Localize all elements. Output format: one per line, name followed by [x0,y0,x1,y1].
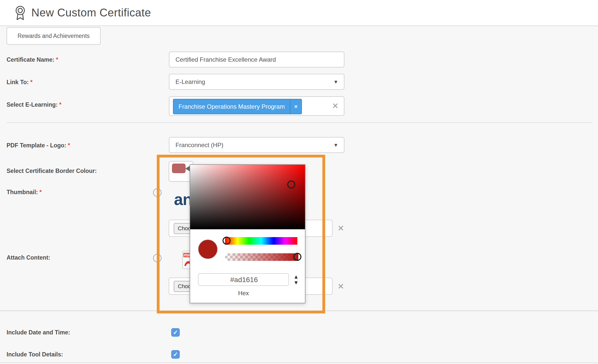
color-preview-circle [198,239,218,259]
alpha-slider[interactable] [225,253,298,261]
remove-attachment-icon[interactable]: ✕ [336,282,345,291]
select-elearning-field[interactable]: Franchise Operations Mastery Program × ✕ [169,96,344,116]
certificate-name-input[interactable] [169,52,344,67]
new-custom-certificate-page: New Custom Certificate Rewards and Achie… [0,0,598,364]
field-clear-icon[interactable]: ✕ [331,101,340,110]
include-tool-details-checkbox[interactable]: ✓ [171,350,180,359]
thumbnail-label: Thumbnail:* [7,188,42,196]
elearning-tag: Franchise Operations Mastery Program × [173,99,302,114]
include-tool-details-label: Include Tool Details: [7,350,63,359]
border-colour-swatch [172,164,186,173]
pdf-template-logo-dropdown[interactable]: Franconnect (HP) ▼ [169,137,344,153]
hue-slider[interactable] [225,237,297,245]
award-rosette-icon [13,5,28,20]
bottom-divider [0,362,598,363]
section-divider [0,310,598,311]
elearning-tag-label: Franchise Operations Mastery Program [173,99,290,114]
required-asterisk: * [56,56,58,63]
required-asterisk: * [59,101,61,108]
remove-thumbnail-icon[interactable]: ✕ [336,224,345,233]
page-header: New Custom Certificate [0,0,598,26]
link-to-dropdown[interactable]: E-Learning ▼ [169,74,344,90]
section-divider [7,122,592,123]
attach-content-label: Attach Content: [7,253,50,262]
link-to-selected-value: E-Learning [175,78,205,85]
hex-input[interactable] [198,274,290,286]
required-asterisk: * [39,189,42,195]
certificate-name-label: Certificate Name:* [7,55,58,64]
stepper-down-icon[interactable]: ▼ [292,280,300,285]
rewards-and-achievements-button[interactable]: Rewards and Achievements [7,27,101,45]
include-date-time-checkbox[interactable]: ✓ [171,328,180,337]
include-date-time-label: Include Date and Time: [7,328,70,337]
check-icon: ✓ [173,351,178,358]
saturation-area[interactable] [190,165,305,229]
tag-remove-icon[interactable]: × [290,99,301,114]
select-elearning-label: Select E-Learning:* [7,100,61,109]
pdf-template-selected-value: Franconnect (HP) [175,142,223,149]
chevron-down-icon: ▼ [333,142,338,148]
chevron-down-icon: ▼ [333,79,338,85]
hex-input-box[interactable] [198,273,289,286]
hex-stepper: ▲ ▼ [292,274,300,285]
info-icon[interactable]: i [153,254,162,262]
pdf-template-logo-label: PDF Template - Logo:* [7,141,70,150]
check-icon: ✓ [173,329,178,336]
border-colour-label: Select Certificate Border Colour: [7,167,97,175]
link-to-label: Link To:* [7,78,33,86]
page-title: New Custom Certificate [31,6,151,19]
alpha-selector-ring[interactable] [293,253,301,261]
hex-label: Hex [198,290,289,297]
certificate-name-field[interactable] [169,52,344,67]
stepper-up-icon[interactable]: ▲ [292,274,300,280]
required-asterisk: * [68,142,70,149]
saturation-selector-ring[interactable] [287,180,295,189]
required-asterisk: * [30,79,33,85]
info-icon[interactable]: i [153,188,162,197]
color-picker-panel: ▲ ▼ Hex [190,164,305,303]
hue-selector-ring[interactable] [223,237,231,245]
